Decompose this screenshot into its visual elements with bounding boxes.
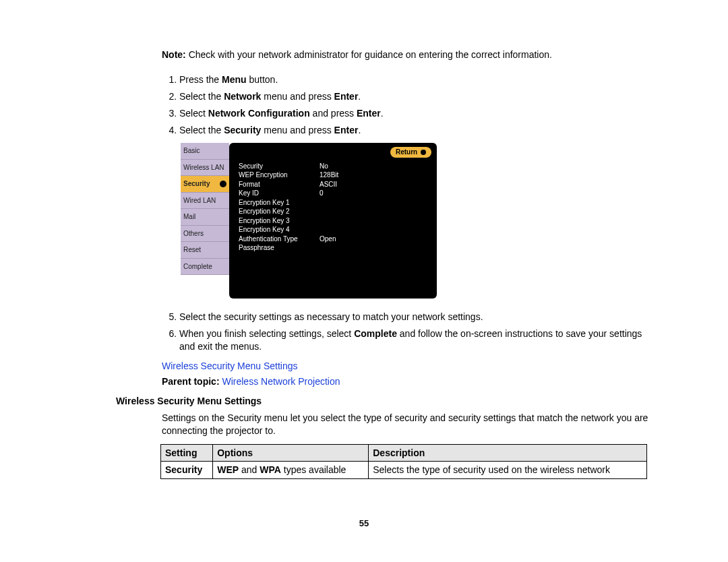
list-item: Select the security settings as necessar…: [179, 311, 648, 323]
menu-sidebar-item: Basic: [181, 143, 229, 160]
parent-topic-link[interactable]: Wireless Network Projection: [222, 376, 340, 387]
menu-row: Encryption Key 4: [239, 225, 431, 235]
th-setting: Setting: [161, 444, 213, 462]
menu-row-label: Security: [239, 162, 320, 171]
note-text: Check with your network administrator fo…: [186, 49, 552, 60]
menu-panel: Return SecurityNoWEP Encryption128BitFor…: [229, 143, 437, 299]
menu-sidebar-item: Reset: [181, 242, 229, 259]
menu-row: SecurityNo: [239, 162, 431, 171]
section-heading: Wireless Security Menu Settings: [116, 395, 648, 408]
menu-row-value: No: [320, 162, 328, 171]
steps-list-b: Select the security settings as necessar…: [162, 311, 648, 353]
menu-row-label: Passphrase: [239, 243, 320, 253]
parent-topic-line: Parent topic: Wireless Network Projectio…: [162, 375, 648, 388]
note-line: Note: Check with your network administra…: [162, 49, 648, 61]
menu-row: Encryption Key 2: [239, 207, 431, 216]
menu-sidebar-item: Security: [181, 176, 229, 193]
menu-sidebar-item: Others: [181, 226, 229, 243]
list-item: Select Network Configuration and press E…: [179, 107, 648, 120]
menu-row: Encryption Key 1: [239, 198, 431, 208]
menu-row-value: ASCII: [320, 180, 337, 189]
menu-screenshot: BasicWireless LANSecurityWired LANMailOt…: [181, 143, 437, 299]
menu-sidebar-item: Complete: [181, 259, 229, 276]
menu-row: Encryption Key 3: [239, 216, 431, 226]
menu-row-label: Encryption Key 1: [239, 198, 320, 208]
list-item: Press the Menu button.: [179, 73, 648, 86]
menu-row-label: Key ID: [239, 189, 320, 198]
list-item: Select the Network menu and press Enter.: [179, 90, 648, 103]
child-topic-link[interactable]: Wireless Security Menu Settings: [162, 361, 298, 371]
menu-row-label: Authentication Type: [239, 235, 320, 244]
menu-row-label: Encryption Key 4: [239, 225, 320, 235]
menu-row-label: Encryption Key 3: [239, 216, 320, 226]
parent-topic-label: Parent topic:: [162, 376, 220, 387]
menu-sidebar-item: Wireless LAN: [181, 160, 229, 177]
note-label: Note:: [162, 49, 186, 60]
content: Note: Check with your network administra…: [116, 49, 648, 479]
menu-row-value: Open: [320, 235, 336, 244]
child-link-line: Wireless Security Menu Settings: [162, 360, 648, 373]
return-icon: [421, 150, 426, 155]
menu-row: FormatASCII: [239, 180, 431, 189]
table-header-row: Setting Options Description: [161, 444, 647, 462]
menu-sidebar-item: Wired LAN: [181, 193, 229, 210]
list-item: When you finish selecting settings, sele…: [179, 327, 648, 353]
section-para: Settings on the Security menu let you se…: [162, 412, 648, 437]
th-description: Description: [369, 444, 647, 462]
menu-row: WEP Encryption128Bit: [239, 170, 431, 180]
menu-row-label: Encryption Key 2: [239, 207, 320, 216]
th-options: Options: [213, 444, 369, 462]
td-options: WEP and WPA types available: [213, 462, 369, 479]
return-button: Return: [390, 147, 431, 158]
steps-list-a: Press the Menu button.Select the Network…: [162, 73, 648, 137]
menu-row-label: Format: [239, 180, 320, 189]
menu-sidebar: BasicWireless LANSecurityWired LANMailOt…: [181, 143, 229, 275]
menu-rows: SecurityNoWEP Encryption128BitFormatASCI…: [235, 160, 431, 253]
menu-row: Authentication TypeOpen: [239, 235, 431, 244]
menu-sidebar-item: Mail: [181, 209, 229, 226]
page-number: 55: [359, 518, 369, 530]
menu-row: Key ID0: [239, 189, 431, 198]
menu-row: Passphrase: [239, 243, 431, 253]
list-item: Select the Security menu and press Enter…: [179, 124, 648, 137]
menu-row-value: 0: [320, 189, 324, 198]
td-setting: Security: [161, 462, 213, 479]
menu-row-label: WEP Encryption: [239, 170, 320, 180]
td-description: Selects the type of security used on the…: [369, 462, 647, 479]
settings-table: Setting Options Description Security WEP…: [160, 444, 647, 480]
table-row: Security WEP and WPA types available Sel…: [161, 462, 647, 479]
page: Note: Check with your network administra…: [0, 0, 728, 562]
menu-row-value: 128Bit: [320, 170, 338, 180]
